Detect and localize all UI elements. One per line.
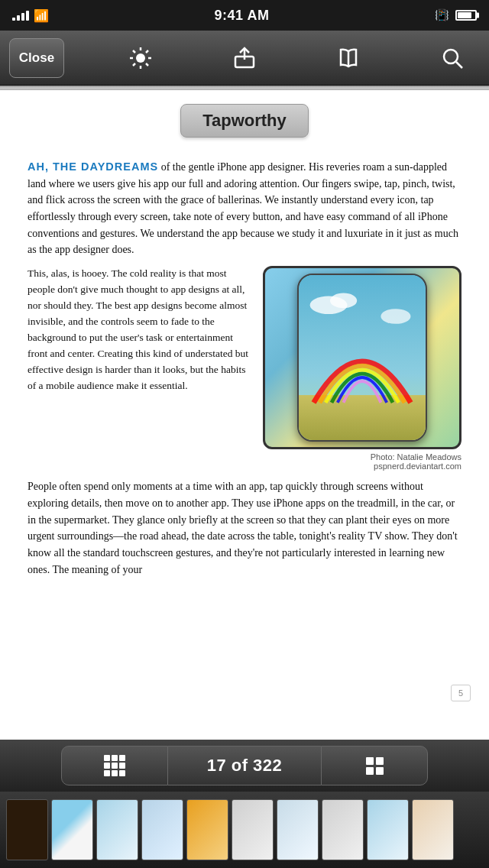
svg-point-12 (444, 50, 458, 63)
thumbnail-8[interactable] (322, 799, 364, 860)
grid-nav-button[interactable] (61, 746, 168, 785)
thumbnail-3[interactable] (96, 799, 138, 860)
thumbnail-6[interactable] (232, 799, 274, 860)
book-title-badge: Tapworthy (180, 104, 309, 138)
search-icon (440, 46, 465, 70)
article-opening-text: of the gentle iPhone app designer. His r… (28, 161, 458, 255)
toolbar: Close (0, 31, 489, 86)
phone-frame (297, 274, 427, 442)
svg-line-6 (146, 63, 148, 66)
library-button[interactable] (321, 38, 376, 78)
float-text: This, alas, is hooey. The cold reality i… (28, 266, 252, 471)
thumbnail-1[interactable] (6, 799, 48, 860)
svg-line-13 (456, 62, 462, 68)
thumbnail-10[interactable] (412, 799, 454, 860)
three-by-three-grid-icon (104, 755, 125, 776)
close-button[interactable]: Close (9, 38, 64, 78)
status-bar: 📶 9:41 AM 📳 (0, 0, 489, 31)
share-icon (232, 46, 257, 70)
library-icon (335, 47, 362, 70)
brightness-icon (128, 46, 153, 70)
thumbnail-5[interactable] (186, 799, 228, 860)
two-by-two-grid-icon (366, 757, 384, 775)
thumbnail-9[interactable] (367, 799, 409, 860)
svg-line-7 (146, 50, 148, 53)
brightness-button[interactable] (113, 38, 168, 78)
page-number-box: 5 (451, 685, 471, 701)
svg-line-5 (133, 50, 135, 53)
float-section: This, alas, is hooey. The cold reality i… (28, 266, 461, 471)
search-button[interactable] (425, 38, 480, 78)
thumbnail-2[interactable] (51, 799, 93, 860)
svg-point-0 (136, 53, 145, 63)
book-title-area: Tapworthy (0, 90, 489, 145)
photo-credit: Photo: Natalie Meadows pspnerd.deviantar… (263, 452, 461, 471)
svg-rect-15 (299, 395, 426, 440)
svg-line-8 (133, 63, 135, 66)
status-right: 📳 (435, 8, 477, 22)
rainbow-svg (299, 275, 426, 440)
svg-point-18 (381, 309, 410, 324)
thumbnail-7[interactable] (277, 799, 319, 860)
page-counter: 17 of 322 (168, 746, 321, 785)
phone-screen (299, 275, 426, 440)
share-button[interactable] (217, 38, 272, 78)
status-time: 9:41 AM (215, 8, 270, 24)
article-title: AH, THE DAYDREAMS (28, 160, 158, 173)
phone-image-container (263, 266, 461, 449)
nav-bar: 17 of 322 (0, 740, 489, 792)
content-area: AH, THE DAYDREAMS of the gentle iPhone a… (0, 145, 489, 584)
float-image: Photo: Natalie Meadows pspnerd.deviantar… (263, 266, 461, 471)
last-paragraph: People often spend only moments at a tim… (28, 478, 461, 578)
status-left: 📶 (12, 8, 49, 23)
svg-point-17 (330, 293, 357, 309)
thumbnail-4[interactable] (141, 799, 183, 860)
battery-indicator (455, 10, 477, 21)
signal-strength (12, 11, 29, 21)
bluetooth-icon: 📳 (435, 8, 449, 22)
article-opening: AH, THE DAYDREAMS of the gentle iPhone a… (28, 159, 461, 258)
wifi-icon: 📶 (34, 8, 49, 23)
thumbnail-nav-button[interactable] (321, 746, 428, 785)
thumbnail-strip (0, 792, 489, 868)
